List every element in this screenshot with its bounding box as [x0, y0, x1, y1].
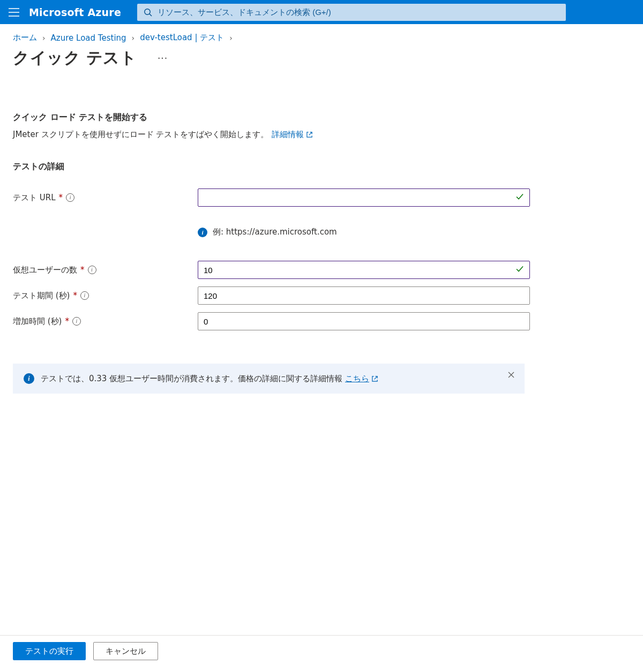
virtual-users-label: 仮想ユーザーの数 [13, 265, 77, 275]
ramp-up-field-col [198, 312, 530, 330]
virtual-users-label-col: 仮想ユーザーの数 * i [13, 265, 198, 275]
top-nav-bar: Microsoft Azure [0, 0, 643, 24]
virtual-users-field-col [198, 261, 530, 279]
hamburger-icon [9, 8, 19, 17]
info-icon[interactable]: i [80, 291, 89, 300]
page-title-row: クイック テスト ··· [0, 43, 643, 69]
required-marker: * [73, 291, 77, 300]
search-icon [144, 8, 152, 17]
pricing-banner-text: テストでは、0.33 仮想ユーザー時間が消費されます。価格の詳細に関する詳細情報… [41, 374, 378, 384]
breadcrumb: ホーム › Azure Load Testing › dev-testLoad … [0, 24, 643, 43]
chevron-right-icon: › [42, 34, 46, 42]
form-row-virtual-users: 仮想ユーザーの数 * i [13, 261, 630, 279]
test-url-input[interactable] [198, 188, 530, 207]
chevron-right-icon: › [229, 34, 233, 42]
test-url-label: テスト URL [13, 193, 56, 203]
intro-heading: クイック ロード テストを開始する [13, 112, 630, 123]
global-search[interactable] [137, 4, 566, 21]
test-url-label-col: テスト URL * i [13, 193, 198, 203]
required-marker: * [59, 193, 63, 202]
test-url-example-row: i 例: https://azure.microsoft.com [198, 227, 630, 237]
footer-actions: テストの実行 キャンセル [0, 635, 643, 672]
form-row-test-duration: テスト期間 (秒) * i [13, 286, 630, 305]
test-duration-label-col: テスト期間 (秒) * i [13, 291, 198, 301]
test-duration-input[interactable] [198, 286, 530, 305]
run-test-button[interactable]: テストの実行 [13, 642, 86, 660]
required-marker: * [80, 265, 85, 275]
brand-label[interactable]: Microsoft Azure [29, 6, 137, 18]
test-url-example-text: 例: https://azure.microsoft.com [213, 227, 337, 237]
info-badge-icon: i [198, 228, 207, 237]
form-section-heading: テストの詳細 [13, 161, 630, 172]
pricing-details-link[interactable]: こちら [345, 374, 378, 384]
form-row-ramp-up: 増加時間 (秒) * i [13, 312, 630, 330]
cancel-button[interactable]: キャンセル [93, 642, 158, 660]
learn-more-link-label: 詳細情報 [272, 130, 304, 140]
ramp-up-label: 増加時間 (秒) [13, 316, 62, 327]
test-url-field-col [198, 188, 530, 207]
info-icon[interactable]: i [66, 193, 74, 202]
breadcrumb-resource[interactable]: dev-testLoad | テスト [140, 33, 224, 43]
main-content: クイック ロード テストを開始する JMeter スクリプトを使用せずにロード … [0, 69, 643, 635]
page-title: クイック テスト [13, 47, 137, 69]
hamburger-menu-button[interactable] [6, 5, 21, 20]
chevron-right-icon: › [132, 34, 135, 42]
svg-point-3 [145, 9, 150, 14]
test-duration-label: テスト期間 (秒) [13, 291, 70, 301]
close-icon [508, 372, 514, 378]
global-search-input[interactable] [158, 7, 559, 17]
intro-text-row: JMeter スクリプトを使用せずにロード テストをすばやく開始します。 詳細情… [13, 130, 630, 140]
learn-more-link[interactable]: 詳細情報 [272, 130, 313, 140]
svg-line-4 [149, 14, 152, 16]
virtual-users-input[interactable] [198, 261, 530, 279]
more-actions-button[interactable]: ··· [153, 51, 171, 66]
banner-close-button[interactable] [505, 369, 517, 381]
info-icon[interactable]: i [72, 317, 81, 326]
intro-text: JMeter スクリプトを使用せずにロード テストをすばやく開始します。 [13, 130, 268, 140]
info-badge-icon: i [24, 373, 34, 384]
external-link-icon [306, 131, 313, 138]
required-marker: * [65, 316, 69, 326]
ramp-up-input[interactable] [198, 312, 530, 330]
pricing-details-link-label: こちら [345, 374, 369, 384]
breadcrumb-home[interactable]: ホーム [13, 33, 37, 43]
info-icon[interactable]: i [88, 266, 96, 274]
test-duration-field-col [198, 286, 530, 305]
external-link-icon [371, 375, 378, 382]
pricing-banner: i テストでは、0.33 仮想ユーザー時間が消費されます。価格の詳細に関する詳細… [13, 364, 525, 394]
breadcrumb-service[interactable]: Azure Load Testing [51, 33, 126, 43]
checkmark-icon [515, 192, 525, 203]
form-row-test-url: テスト URL * i [13, 188, 630, 207]
checkmark-icon [515, 265, 525, 276]
pricing-banner-prefix: テストでは、0.33 仮想ユーザー時間が消費されます。価格の詳細に関する詳細情報 [41, 374, 345, 383]
ramp-up-label-col: 増加時間 (秒) * i [13, 316, 198, 327]
